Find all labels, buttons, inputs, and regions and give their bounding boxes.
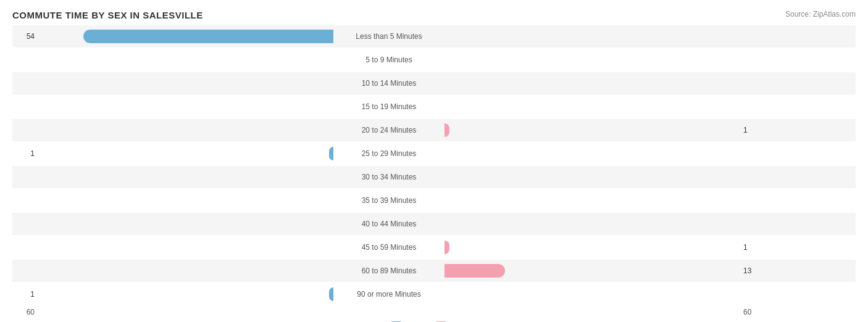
male-bar-container [37,217,333,231]
male-bar-container [37,76,333,90]
female-bar-container [444,264,741,278]
chart-row: 60 to 89 Minutes 13 [12,260,856,282]
chart-row: 5 to 9 Minutes [12,49,856,71]
male-bar-container [37,194,333,207]
male-bar-container [37,264,333,278]
female-value: 13 [741,266,766,275]
male-bar-container [37,287,333,301]
row-label: 40 to 44 Minutes [333,220,444,228]
male-bar-container [37,100,333,114]
female-bar-container [444,100,741,114]
row-label: 45 to 59 Minutes [333,243,444,252]
chart-row: 10 to 14 Minutes [12,72,856,94]
male-bar-container [37,123,333,137]
female-bar-container [444,76,741,90]
female-bar-container [444,287,741,301]
female-bar-container [444,194,741,207]
row-label: 20 to 24 Minutes [333,126,444,134]
axis-right-label: 60 [741,308,766,316]
female-bar-container [444,217,741,231]
female-bar-container [444,53,741,67]
chart-row: 35 to 39 Minutes [12,189,856,212]
chart-area: 54 Less than 5 Minutes 5 to 9 Minutes [12,25,856,305]
male-bar-container [37,53,333,67]
male-bar-container [37,241,333,254]
female-value: 1 [741,126,766,134]
chart-row: 1 25 to 29 Minutes [12,142,856,165]
male-value: 54 [12,32,37,41]
male-value: 1 [12,149,37,158]
female-bar-container [444,241,741,254]
chart-row: 45 to 59 Minutes 1 [12,236,856,258]
male-bar-container [37,170,333,184]
male-bar [83,30,333,43]
chart-row: 20 to 24 Minutes 1 [12,119,856,141]
chart-row: 15 to 19 Minutes [12,96,856,118]
chart-row: 30 to 34 Minutes [12,166,856,188]
row-label: 30 to 34 Minutes [333,173,444,181]
female-bar [444,123,449,137]
female-bar [444,264,505,278]
male-bar-container [37,147,333,160]
row-label: 35 to 39 Minutes [333,196,444,205]
female-bar-container [444,170,741,184]
chart-row: 1 90 or more Minutes [12,283,856,305]
female-value: 1 [741,243,766,252]
female-bar-container [444,30,741,43]
female-bar-container [444,123,741,137]
row-label: 60 to 89 Minutes [333,266,444,275]
row-label: 5 to 9 Minutes [333,56,444,64]
male-bar [329,147,334,160]
male-value: 1 [12,290,37,299]
row-label: 10 to 14 Minutes [333,79,444,88]
row-label: 90 or more Minutes [333,290,444,299]
row-label: 25 to 29 Minutes [333,149,444,158]
chart-row: 40 to 44 Minutes [12,213,856,235]
male-bar [329,287,334,301]
row-label: 15 to 19 Minutes [333,102,444,111]
axis-row: 60 60 [12,308,856,316]
chart-row: 54 Less than 5 Minutes [12,25,856,47]
chart-title: COMMUTE TIME BY SEX IN SALESVILLE [12,10,856,20]
row-label: Less than 5 Minutes [333,32,444,41]
female-bar [444,241,449,254]
female-bar-container [444,147,741,160]
source-label: Source: ZipAtlas.com [785,10,856,19]
axis-left-label: 60 [12,308,37,316]
male-bar-container [37,30,333,43]
